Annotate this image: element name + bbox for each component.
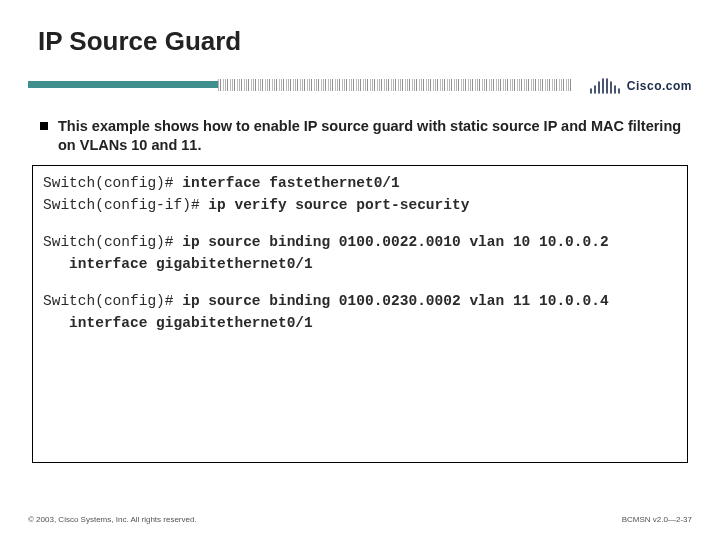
console-line: Switch(config)# interface fastethernet0/… xyxy=(43,172,677,194)
accent-bar xyxy=(28,81,218,88)
console-output: Switch(config)# interface fastethernet0/… xyxy=(32,165,688,463)
console-command: ip source binding 0100.0230.0002 vlan 11… xyxy=(182,293,608,309)
console-continuation: interface gigabitethernet0/1 xyxy=(43,253,677,275)
footer: © 2003, Cisco Systems, Inc. All rights r… xyxy=(28,515,692,524)
console-command: ip verify source port-security xyxy=(208,197,469,213)
divider: Cisco.com xyxy=(28,75,692,101)
console-prompt: Switch(config)# xyxy=(43,293,182,309)
console-line: Switch(config-if)# ip verify source port… xyxy=(43,194,677,216)
console-prompt: Switch(config-if)# xyxy=(43,197,208,213)
page-title: IP Source Guard xyxy=(38,26,692,57)
console-prompt: Switch(config)# xyxy=(43,175,182,191)
barcode-stripe xyxy=(218,79,572,91)
console-line: Switch(config)# ip source binding 0100.0… xyxy=(43,290,677,312)
bullet-icon xyxy=(40,122,48,130)
logo-text: Cisco.com xyxy=(627,79,692,93)
slide: IP Source Guard Cisco.com This exa xyxy=(0,0,720,540)
console-line: Switch(config)# ip source binding 0100.0… xyxy=(43,231,677,253)
console-blank xyxy=(43,217,677,231)
console-command: interface fastethernet0/1 xyxy=(182,175,400,191)
console-prompt: Switch(config)# xyxy=(43,234,182,250)
footer-copyright: © 2003, Cisco Systems, Inc. All rights r… xyxy=(28,515,197,524)
bullet-item: This example shows how to enable IP sour… xyxy=(40,117,682,155)
bullet-text: This example shows how to enable IP sour… xyxy=(58,117,682,155)
cisco-logo: Cisco.com xyxy=(589,73,692,99)
cisco-bridge-icon xyxy=(589,76,623,96)
console-command: ip source binding 0100.0022.0010 vlan 10… xyxy=(182,234,608,250)
footer-pageref: BCMSN v2.0—2-37 xyxy=(622,515,692,524)
console-continuation: interface gigabitethernet0/1 xyxy=(43,312,677,334)
console-blank xyxy=(43,276,677,290)
